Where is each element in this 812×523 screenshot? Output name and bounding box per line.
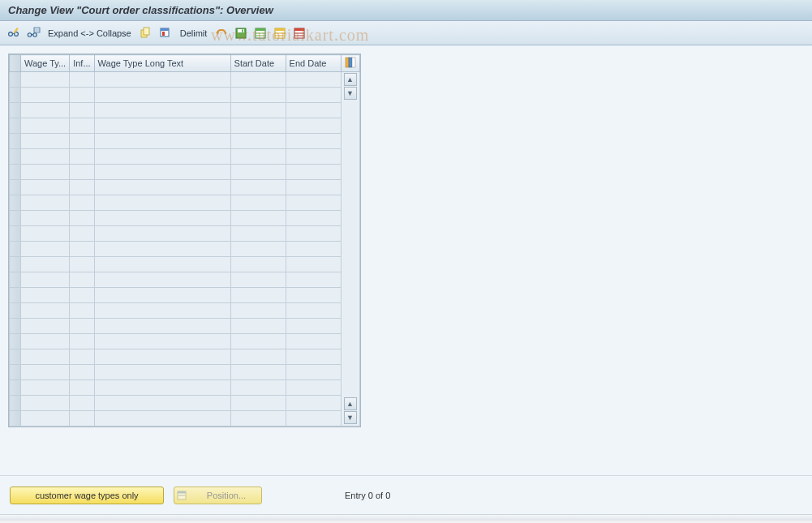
table-row[interactable]	[10, 365, 360, 380]
cell[interactable]	[70, 134, 94, 149]
cell[interactable]	[230, 134, 286, 149]
row-selector[interactable]	[10, 411, 21, 427]
col-start-date[interactable]: Start Date	[230, 55, 286, 72]
cell[interactable]	[230, 211, 286, 226]
row-selector[interactable]	[10, 226, 21, 242]
cell[interactable]	[21, 211, 70, 226]
cell[interactable]	[94, 211, 230, 226]
row-selector[interactable]	[10, 180, 21, 195]
table-row[interactable]	[10, 211, 360, 226]
row-selector[interactable]	[10, 242, 21, 257]
cell[interactable]	[286, 149, 341, 165]
cell[interactable]	[21, 411, 70, 427]
cell[interactable]	[230, 242, 286, 257]
table-red-icon[interactable]	[292, 26, 307, 41]
row-selector[interactable]	[10, 319, 21, 334]
cell[interactable]	[94, 257, 230, 272]
cell[interactable]	[70, 195, 94, 211]
table-row[interactable]	[10, 396, 360, 411]
cell[interactable]	[21, 257, 70, 272]
cell[interactable]	[21, 272, 70, 288]
cell[interactable]	[230, 257, 286, 272]
table-row[interactable]	[10, 319, 360, 334]
cell[interactable]	[21, 134, 70, 149]
cell[interactable]	[230, 195, 286, 211]
col-long-text[interactable]: Wage Type Long Text	[94, 55, 230, 72]
cell[interactable]	[286, 134, 341, 149]
save-green-icon[interactable]	[234, 26, 248, 41]
cell[interactable]	[21, 103, 70, 118]
cell[interactable]	[70, 396, 94, 411]
cell[interactable]	[70, 72, 94, 88]
cell[interactable]	[94, 242, 230, 257]
delimit-button[interactable]: Delimit	[178, 28, 210, 38]
customer-wage-types-button[interactable]: customer wage types only	[10, 487, 164, 504]
cell[interactable]	[21, 242, 70, 257]
row-selector[interactable]	[10, 257, 21, 272]
cell[interactable]	[21, 165, 70, 180]
row-selector[interactable]	[10, 195, 21, 211]
row-selector[interactable]	[10, 88, 21, 103]
cell[interactable]	[286, 319, 341, 334]
cell[interactable]	[70, 226, 94, 242]
row-selector[interactable]	[10, 380, 21, 396]
cell[interactable]	[286, 165, 341, 180]
col-inf[interactable]: Inf...	[70, 55, 94, 72]
cell[interactable]	[94, 334, 230, 349]
cell[interactable]	[21, 180, 70, 195]
scroll-up-button[interactable]: ▲	[344, 73, 357, 86]
table-row[interactable]: ▲▼▲▼	[10, 72, 360, 88]
cell[interactable]	[70, 380, 94, 396]
cell[interactable]	[230, 149, 286, 165]
row-selector[interactable]	[10, 72, 21, 88]
cell[interactable]	[230, 288, 286, 303]
cell[interactable]	[230, 349, 286, 365]
row-selector[interactable]	[10, 288, 21, 303]
cell[interactable]	[70, 411, 94, 427]
cell[interactable]	[21, 303, 70, 319]
cell[interactable]	[230, 165, 286, 180]
table-row[interactable]	[10, 118, 360, 134]
cell[interactable]	[230, 272, 286, 288]
cell[interactable]	[230, 365, 286, 380]
row-selector[interactable]	[10, 211, 21, 226]
cell[interactable]	[230, 396, 286, 411]
cell[interactable]	[94, 380, 230, 396]
cell[interactable]	[70, 88, 94, 103]
cell[interactable]	[94, 134, 230, 149]
table-row[interactable]	[10, 334, 360, 349]
cell[interactable]	[286, 88, 341, 103]
cell[interactable]	[21, 226, 70, 242]
col-end-date[interactable]: End Date	[286, 55, 341, 72]
cell[interactable]	[286, 180, 341, 195]
cell[interactable]	[94, 303, 230, 319]
table-row[interactable]	[10, 134, 360, 149]
table-row[interactable]	[10, 242, 360, 257]
table-row[interactable]	[10, 149, 360, 165]
cell[interactable]	[70, 365, 94, 380]
cell[interactable]	[230, 303, 286, 319]
cell[interactable]	[94, 288, 230, 303]
row-selector[interactable]	[10, 134, 21, 149]
cell[interactable]	[94, 149, 230, 165]
table-row[interactable]	[10, 411, 360, 427]
cell[interactable]	[21, 365, 70, 380]
cell[interactable]	[21, 149, 70, 165]
cell[interactable]	[70, 103, 94, 118]
row-selector[interactable]	[10, 149, 21, 165]
cell[interactable]	[94, 319, 230, 334]
table-row[interactable]	[10, 380, 360, 396]
table-row[interactable]	[10, 165, 360, 180]
cell[interactable]	[230, 319, 286, 334]
cell[interactable]	[21, 349, 70, 365]
cell[interactable]	[286, 242, 341, 257]
col-wage-type[interactable]: Wage Ty...	[21, 55, 70, 72]
table-green-icon[interactable]	[253, 26, 268, 41]
expand-collapse-button[interactable]: Expand <-> Collapse	[45, 28, 134, 38]
cell[interactable]	[21, 288, 70, 303]
cell[interactable]	[21, 334, 70, 349]
cell[interactable]	[286, 303, 341, 319]
cell[interactable]	[286, 72, 341, 88]
cell[interactable]	[21, 195, 70, 211]
cell[interactable]	[94, 349, 230, 365]
